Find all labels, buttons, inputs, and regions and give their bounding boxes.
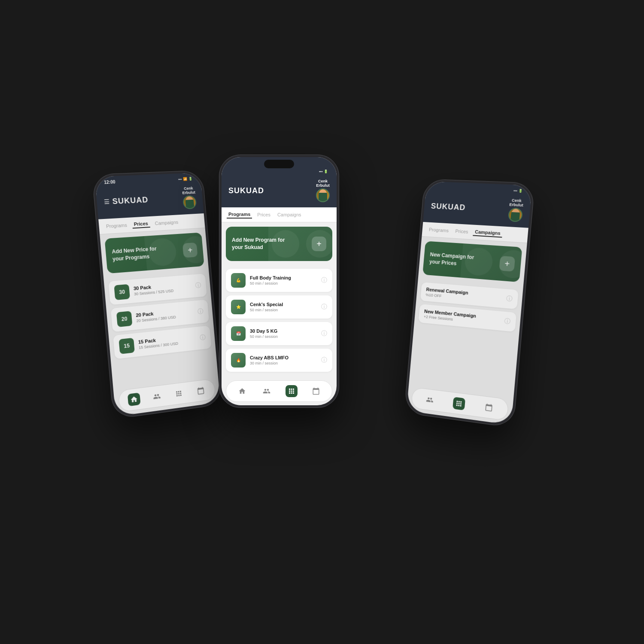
tab-campaigns-right[interactable]: Campaigns: [473, 228, 502, 238]
status-icons-right: ▪▪▪ 🔋: [513, 188, 523, 193]
info-icon-p2[interactable]: ⓘ: [321, 330, 327, 337]
item-content-0: 30 Pack 30 Sessions / 525 USD: [134, 281, 192, 296]
program-subtitle-1: 50 min / session: [250, 308, 317, 312]
tab-programs-left[interactable]: Programs: [104, 222, 129, 230]
campaign-content-0: Renewal Campaign %10 OFF: [425, 287, 502, 304]
program-title-3: Crazy ABS LMFO: [250, 355, 317, 360]
nav-grid-center[interactable]: [286, 385, 298, 397]
nav-grid-right[interactable]: [453, 397, 465, 410]
phone-left-screen: 12:00 ▪▪▪ 📶 🔋 ☰ SUKUAD CenkErbulut: [95, 173, 221, 416]
tab-prices-left[interactable]: Prices: [132, 220, 150, 228]
programs-list: 💪 Full Body Training 50 min / session ⓘ …: [222, 265, 337, 377]
header-left-left: ☰ SUKUAD: [103, 195, 149, 207]
app-logo-right: SUKUAD: [431, 201, 466, 212]
program-title-2: 30 Day 5 KG: [250, 328, 317, 334]
campaigns-list: Renewal Campaign %10 OFF ⓘ New Member Ca…: [409, 279, 523, 396]
program-content-1: Cenk's Special 50 min / session: [250, 302, 317, 312]
bottom-nav-center: [226, 380, 332, 402]
header-right-right: CenkErbulut: [508, 198, 524, 222]
battery-icon-r: ▪▪▪ 🔋: [513, 188, 523, 193]
list-item[interactable]: ⭐ Cenk's Special 50 min / session ⓘ: [226, 295, 332, 319]
info-icon-2[interactable]: ⓘ: [200, 334, 206, 342]
status-icons-left: ▪▪▪ 📶 🔋: [178, 177, 193, 181]
user-name-center: CenkErbulut: [316, 179, 330, 188]
user-name-left: CenkErbulut: [182, 186, 195, 195]
time-left: 12:00: [104, 179, 115, 185]
info-icon-1[interactable]: ⓘ: [197, 307, 204, 316]
list-item[interactable]: New Member Campaign +2 Free Sessions ⓘ: [418, 304, 516, 332]
nav-home-left[interactable]: [128, 392, 141, 406]
nav-users-right[interactable]: [423, 393, 436, 407]
program-badge-3: 🔥: [231, 353, 246, 368]
info-icon-p3[interactable]: ⓘ: [321, 356, 327, 364]
nav-home-center[interactable]: [236, 385, 248, 397]
signal-icon-c: ▪▪▪ 🔋: [319, 170, 328, 173]
header-left-right: SUKUAD: [431, 201, 466, 212]
header-right-center: CenkErbulut: [316, 179, 330, 202]
wifi-icon: 📶: [183, 177, 187, 181]
list-item[interactable]: 30 30 Pack 30 Sessions / 525 USD ⓘ: [108, 273, 207, 305]
tab-programs-right[interactable]: Programs: [427, 226, 451, 234]
tab-bar-center: Programs Prices Campaigns: [222, 207, 337, 222]
status-icons-center: ▪▪▪ 🔋: [319, 170, 328, 173]
scene: 12:00 ▪▪▪ 📶 🔋 ☰ SUKUAD CenkErbulut: [86, 129, 558, 515]
add-banner-left[interactable]: Add New Price for your Programs +: [105, 232, 204, 273]
tab-campaigns-left[interactable]: Campaigns: [153, 219, 180, 227]
avatar-left: [182, 195, 197, 210]
program-content-3: Crazy ABS LMFO 30 min / session: [250, 355, 317, 365]
program-content-2: 30 Day 5 KG 50 min / session: [250, 328, 317, 339]
program-badge-0: 💪: [231, 273, 246, 288]
tab-prices-right[interactable]: Prices: [453, 228, 470, 235]
info-icon-p0[interactable]: ⓘ: [321, 276, 327, 284]
program-title-1: Cenk's Special: [250, 302, 317, 307]
tab-programs-center[interactable]: Programs: [227, 211, 252, 219]
battery-icon: 🔋: [188, 177, 193, 181]
phone-left: 12:00 ▪▪▪ 📶 🔋 ☰ SUKUAD CenkErbulut: [92, 170, 223, 419]
info-icon-p1[interactable]: ⓘ: [321, 303, 327, 311]
nav-calendar-right[interactable]: [482, 401, 495, 414]
program-title-0: Full Body Training: [250, 275, 317, 280]
info-icon-c1[interactable]: ⓘ: [504, 317, 511, 326]
badge-30: 30: [114, 284, 130, 300]
nav-calendar-left[interactable]: [194, 384, 207, 398]
list-item[interactable]: 📅 30 Day 5 KG 50 min / session ⓘ: [226, 322, 332, 345]
app-header-left: ☰ SUKUAD CenkErbulut: [96, 182, 204, 219]
tab-prices-center[interactable]: Prices: [255, 211, 272, 218]
list-item[interactable]: 💪 Full Body Training 50 min / session ⓘ: [226, 269, 332, 292]
badge-20: 20: [116, 311, 133, 327]
phone-right: 12:00 ▪▪▪ 🔋 SUKUAD CenkErbulut: [404, 179, 535, 428]
program-badge-2: 📅: [231, 326, 246, 341]
info-icon-c0[interactable]: ⓘ: [506, 295, 513, 303]
avatar-center: [316, 188, 330, 202]
phone-center: 12:00 ▪▪▪ 🔋 SUKUAD CenkErbulut: [219, 155, 339, 408]
hamburger-icon[interactable]: ☰: [104, 198, 110, 205]
item-content-1: 20 Pack 20 Sessions / 380 USD: [136, 307, 194, 323]
campaign-content-1: New Member Campaign +2 Free Sessions: [424, 309, 501, 326]
app-logo-left: SUKUAD: [112, 195, 149, 206]
phone-center-screen: 12:00 ▪▪▪ 🔋 SUKUAD CenkErbulut: [222, 157, 337, 405]
avatar-right: [508, 208, 523, 222]
list-item[interactable]: 15 15 Pack 15 Sessions / 300 USD ⓘ: [113, 325, 211, 359]
program-subtitle-0: 50 min / session: [250, 281, 317, 286]
nav-users-left[interactable]: [150, 390, 163, 404]
header-right-left: CenkErbulut: [182, 186, 197, 209]
info-icon-0[interactable]: ⓘ: [195, 282, 201, 290]
add-banner-center[interactable]: Add New Program for your Sukuad +: [226, 227, 332, 261]
dynamic-island: [264, 160, 294, 168]
badge-15: 15: [118, 338, 135, 354]
app-header-right: SUKUAD CenkErbulut: [423, 191, 531, 228]
program-content-0: Full Body Training 50 min / session: [250, 275, 317, 286]
tab-campaigns-center[interactable]: Campaigns: [276, 211, 303, 218]
prices-list: 30 30 Pack 30 Sessions / 525 USD ⓘ 20 20…: [103, 270, 218, 388]
list-item[interactable]: 🔥 Crazy ABS LMFO 30 min / session ⓘ: [226, 349, 332, 372]
nav-calendar-center[interactable]: [310, 385, 322, 397]
program-subtitle-2: 50 min / session: [250, 334, 317, 339]
add-banner-right[interactable]: New Campaign for your Prices +: [422, 241, 522, 282]
header-left-center: SUKUAD: [228, 186, 264, 195]
program-subtitle-3: 30 min / session: [250, 361, 317, 365]
user-name-right: CenkErbulut: [509, 198, 524, 207]
nav-users-center[interactable]: [261, 385, 273, 397]
signal-icon: ▪▪▪: [178, 177, 182, 181]
nav-grid-left[interactable]: [173, 387, 185, 400]
app-logo-center: SUKUAD: [228, 186, 264, 195]
